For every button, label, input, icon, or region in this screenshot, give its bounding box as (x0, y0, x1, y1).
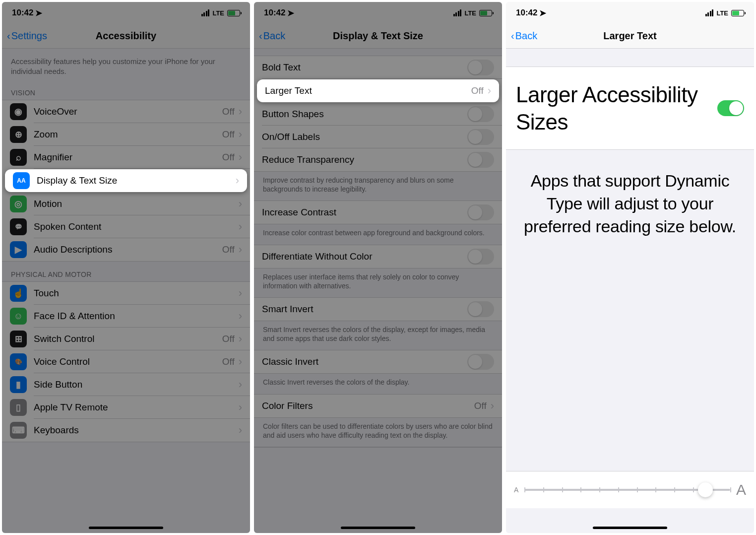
chevron-right-icon: › (239, 151, 242, 164)
row-voiceover[interactable]: ◉VoiceOverOff› (2, 100, 250, 123)
row-icon: ▯ (10, 399, 27, 416)
toggle[interactable] (467, 301, 494, 317)
signal-icon (201, 9, 210, 16)
status-bar: 10:42 ➤ LTE (254, 2, 502, 24)
row-switch-control[interactable]: ⊞Switch ControlOff› (2, 328, 250, 350)
row-audio-descriptions[interactable]: ▶Audio DescriptionsOff› (2, 238, 250, 261)
signal-icon (453, 9, 462, 16)
vision-group: ◉VoiceOverOff›⊕ZoomOff›⌕MagnifierOff›AAD… (2, 100, 250, 262)
page-title: Larger Text (603, 30, 656, 42)
settings-group: Classic Invert (254, 350, 502, 374)
row-label: Voice Control (34, 356, 222, 367)
row-footer: Classic Invert reverses the colors of th… (254, 374, 502, 394)
row-label: Magnifier (34, 152, 222, 163)
row-footer: Color filters can be used to differentia… (254, 418, 502, 447)
section-vision-header: VISION (2, 80, 250, 100)
status-bar: 10:42 ➤ LTE (506, 2, 754, 24)
row-footer: Smart Invert reverses the colors of the … (254, 321, 502, 350)
row-apple-tv-remote[interactable]: ▯Apple TV Remote› (2, 396, 250, 419)
row-icon: ⊞ (10, 331, 27, 347)
text-size-slider[interactable] (524, 489, 730, 491)
row-smart-invert[interactable]: Smart Invert (254, 298, 502, 321)
row-label: VoiceOver (34, 106, 222, 117)
content-scroll[interactable]: Bold TextLarger TextOff›Button ShapesOn/… (254, 49, 502, 533)
row-icon: ◉ (10, 103, 27, 120)
row-motion[interactable]: ◎Motion› (2, 193, 250, 215)
back-label: Back (263, 30, 285, 42)
row-icon: ◎ (10, 196, 27, 212)
back-button[interactable]: ‹ Back (511, 30, 537, 42)
network-label: LTE (464, 9, 476, 17)
toggle[interactable] (467, 106, 494, 122)
screen-accessibility: 10:42 ➤ LTE ‹ Settings Accessibility Acc… (2, 2, 250, 533)
toggle[interactable] (467, 152, 494, 168)
back-button[interactable]: ‹ Settings (7, 30, 47, 42)
row-touch[interactable]: ☝Touch› (2, 282, 250, 305)
row-button-shapes[interactable]: Button Shapes (254, 103, 502, 126)
chevron-right-icon: › (239, 220, 242, 233)
row-value: Off (222, 152, 235, 163)
home-indicator[interactable] (341, 527, 415, 529)
larger-sizes-row[interactable]: Larger Accessibility Sizes (506, 67, 754, 150)
row-differentiate-without-color[interactable]: Differentiate Without Color (254, 245, 502, 268)
row-increase-contrast[interactable]: Increase Contrast (254, 201, 502, 224)
row-zoom[interactable]: ⊕ZoomOff› (2, 123, 250, 146)
row-magnifier[interactable]: ⌕MagnifierOff› (2, 146, 250, 169)
row-label: Color Filters (262, 401, 474, 411)
row-color-filters[interactable]: Color FiltersOff› (254, 395, 502, 417)
slider-tick (693, 487, 694, 492)
larger-sizes-toggle[interactable] (717, 100, 744, 116)
home-indicator[interactable] (593, 527, 667, 529)
chevron-right-icon: › (239, 128, 242, 141)
row-footer: Replaces user interface items that rely … (254, 268, 502, 297)
slider-thumb[interactable] (698, 482, 713, 497)
row-on-off-labels[interactable]: On/Off Labels (254, 126, 502, 148)
nav-bar: ‹ Back Display & Text Size (254, 24, 502, 49)
row-value: Off (222, 356, 235, 367)
content-scroll[interactable]: Larger Accessibility Sizes Apps that sup… (506, 49, 754, 533)
slider-tick (524, 487, 525, 492)
row-voice-control[interactable]: 🎨Voice ControlOff› (2, 350, 250, 373)
row-reduce-transparency[interactable]: Reduce Transparency (254, 148, 502, 171)
location-icon: ➤ (35, 8, 42, 18)
row-value: Off (222, 106, 235, 117)
chevron-right-icon: › (488, 84, 491, 97)
toggle[interactable] (467, 129, 494, 145)
chevron-right-icon: › (491, 400, 494, 412)
row-value: Off (474, 401, 487, 411)
screen-display-text-size: 10:42 ➤ LTE ‹ Back Display & Text Size B… (254, 2, 502, 533)
row-spoken-content[interactable]: 💬Spoken Content› (2, 215, 250, 238)
slider-tick (543, 487, 544, 492)
row-face-id-attention[interactable]: ☺Face ID & Attention› (2, 305, 250, 328)
row-value: Off (222, 334, 235, 344)
row-label: Motion (34, 199, 239, 209)
slider-tick (655, 487, 656, 492)
row-icon: ☝ (10, 285, 27, 302)
content-scroll[interactable]: Accessibility features help you customiz… (2, 49, 250, 533)
slider-tick (637, 487, 638, 492)
toggle[interactable] (467, 204, 494, 220)
battery-icon (479, 10, 492, 16)
back-label: Settings (11, 30, 47, 42)
chevron-right-icon: › (239, 355, 242, 368)
row-keyboards[interactable]: ⌨Keyboards› (2, 419, 250, 442)
row-label: Spoken Content (34, 221, 239, 232)
row-classic-invert[interactable]: Classic Invert (254, 350, 502, 373)
toggle[interactable] (467, 60, 494, 75)
row-icon: ▶ (10, 241, 27, 258)
row-bold-text[interactable]: Bold Text (254, 56, 502, 79)
slider-tick (730, 487, 731, 492)
status-time: 10:42 (516, 8, 537, 18)
location-icon: ➤ (539, 8, 546, 18)
row-side-button[interactable]: ▮Side Button› (2, 373, 250, 396)
toggle[interactable] (467, 354, 494, 370)
signal-icon (705, 9, 714, 16)
row-larger-text[interactable]: Larger TextOff› (257, 79, 499, 102)
nav-bar: ‹ Back Larger Text (506, 24, 754, 49)
back-button[interactable]: ‹ Back (259, 30, 285, 42)
dynamic-type-desc: Apps that support Dynamic Type will adju… (506, 150, 754, 258)
toggle[interactable] (467, 249, 494, 265)
row-display-text-size[interactable]: AADisplay & Text Size› (5, 169, 247, 192)
home-indicator[interactable] (89, 527, 163, 529)
row-icon: 🎨 (10, 353, 27, 370)
